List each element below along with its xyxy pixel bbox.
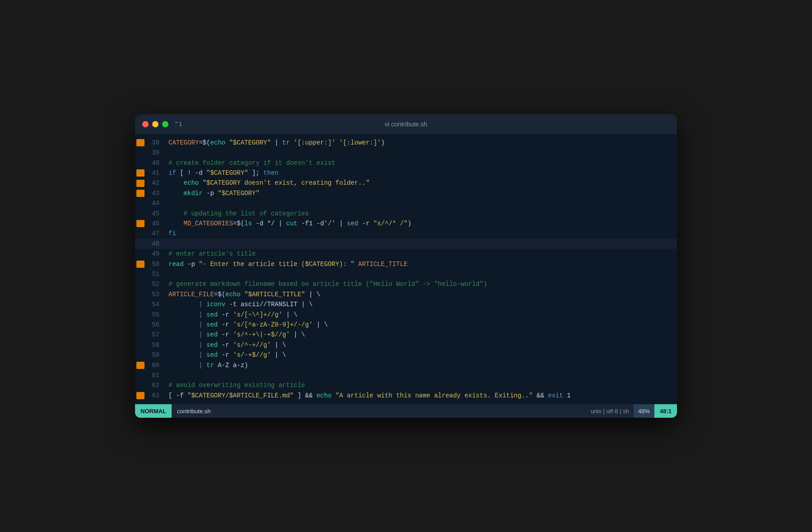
- line-number-41: 41: [146, 168, 165, 178]
- change-marker: [136, 220, 145, 227]
- editor-line: 59 | sed -r 's/-+$//g' | \: [135, 350, 677, 360]
- line-content-39: [165, 148, 677, 158]
- change-marker: [136, 261, 145, 268]
- line-content-45: # updating the list of categories: [165, 209, 677, 219]
- gutter-60: [135, 360, 146, 370]
- close-button[interactable]: [142, 121, 149, 127]
- line-number-62: 62: [146, 380, 165, 390]
- line-number-59: 59: [146, 350, 165, 360]
- editor-line: 57 | sed -r 's/^-+\|-+$//g' | \: [135, 330, 677, 340]
- editor-line: 41 if [ ! -d "$CATEGORY" ]; then: [135, 168, 677, 178]
- editor-line: 38 CATEGORY=$(echo "$CATEGORY" | tr '[:u…: [135, 138, 677, 148]
- line-content-60: | tr A-Z a-z): [165, 360, 677, 370]
- line-content-59: | sed -r 's/-+$//g' | \: [165, 350, 677, 360]
- maximize-button[interactable]: [162, 121, 168, 127]
- line-number-54: 54: [146, 299, 165, 309]
- gutter-50: [135, 259, 146, 269]
- gutter-39: [135, 148, 146, 158]
- traffic-lights: [142, 121, 168, 127]
- line-number-49: 49: [146, 249, 165, 259]
- line-content-53: ARTICLE_FILE=$(echo "$ARTICLE_TITLE" | \: [165, 289, 677, 299]
- line-number-48: 48: [146, 239, 165, 249]
- line-number-42: 42: [146, 178, 165, 188]
- change-marker: [136, 362, 145, 369]
- status-percent: 48%: [634, 404, 654, 418]
- line-content-42: echo "$CATEGORY doesn't exist, creating …: [165, 178, 677, 188]
- editor-line: 44: [135, 198, 677, 208]
- gutter-51: [135, 269, 146, 279]
- line-number-58: 58: [146, 340, 165, 350]
- editor-line: 49 # enter article's title: [135, 249, 677, 259]
- editor-line: 46 MD_CATEGORIES=$(ls -d */ | cut -f1 -d…: [135, 219, 677, 229]
- gutter-55: [135, 310, 146, 320]
- line-content-55: | sed -r 's/[~\^]+//g' | \: [165, 310, 677, 320]
- gutter-62: [135, 380, 146, 390]
- editor-line: 54 | iconv -t ascii//TRANSLIT | \: [135, 299, 677, 309]
- gutter-63: [135, 391, 146, 401]
- line-number-43: 43: [146, 188, 165, 198]
- change-marker: [136, 392, 145, 399]
- editor-line: 58 | sed -r 's/^-+//g' | \: [135, 340, 677, 350]
- line-content-63: [ -f "$CATEGORY/$ARTICLE_FILE.md" ] && e…: [165, 391, 677, 401]
- editor-window: ⌃1 vi contribute.sh 38 CATEGORY=$(echo "…: [135, 114, 677, 418]
- gutter-47: [135, 229, 146, 238]
- line-content-58: | sed -r 's/^-+//g' | \: [165, 340, 677, 350]
- editor-line: 42 echo "$CATEGORY doesn't exist, creati…: [135, 178, 677, 188]
- editor-line: 47 fi: [135, 229, 677, 238]
- gutter-41: [135, 168, 146, 178]
- editor-line: 39: [135, 148, 677, 158]
- gutter-58: [135, 340, 146, 350]
- statusbar: NORMAL contribute.sh unix | utf-8 | sh 4…: [135, 404, 677, 418]
- change-marker: [136, 190, 145, 197]
- line-number-60: 60: [146, 360, 165, 370]
- editor-line: 61: [135, 370, 677, 380]
- gutter-40: [135, 158, 146, 168]
- line-content-52: # generate markdown filename based on ar…: [165, 279, 677, 289]
- line-content-47: fi: [165, 229, 677, 238]
- line-number-47: 47: [146, 229, 165, 238]
- line-number-56: 56: [146, 320, 165, 330]
- editor-line: 55 | sed -r 's/[~\^]+//g' | \: [135, 310, 677, 320]
- status-mode: NORMAL: [135, 404, 172, 418]
- line-number-55: 55: [146, 310, 165, 320]
- line-content-38: CATEGORY=$(echo "$CATEGORY" | tr '[:uppe…: [165, 138, 677, 148]
- line-content-56: | sed -r 's/[^a-zA-Z0-9]+/-/g' | \: [165, 320, 677, 330]
- minimize-button[interactable]: [152, 121, 159, 127]
- line-number-53: 53: [146, 289, 165, 299]
- editor-body[interactable]: 38 CATEGORY=$(echo "$CATEGORY" | tr '[:u…: [135, 134, 677, 404]
- editor-line: 62 # avoid overwriting existing article: [135, 380, 677, 390]
- line-content-61: [165, 370, 677, 380]
- line-number-63: 63: [146, 391, 165, 401]
- line-number-57: 57: [146, 330, 165, 340]
- status-right: unix | utf-8 | sh 48% 48:1: [586, 404, 677, 418]
- status-encoding: unix | utf-8 | sh: [586, 404, 634, 418]
- editor-line: 51: [135, 269, 677, 279]
- editor-line: 56 | sed -r 's/[^a-zA-Z0-9]+/-/g' | \: [135, 320, 677, 330]
- gutter-56: [135, 320, 146, 330]
- gutter-52: [135, 279, 146, 289]
- editor-line: 43 mkdir -p "$CATEGORY": [135, 188, 677, 198]
- line-number-51: 51: [146, 269, 165, 279]
- line-number-40: 40: [146, 158, 165, 168]
- editor-line: 53 ARTICLE_FILE=$(echo "$ARTICLE_TITLE" …: [135, 289, 677, 299]
- line-number-61: 61: [146, 370, 165, 380]
- line-number-38: 38: [146, 138, 165, 148]
- status-filename: contribute.sh: [172, 408, 216, 415]
- line-number-50: 50: [146, 259, 165, 269]
- keyboard-shortcut: ⌃1: [174, 121, 182, 127]
- line-content-46: MD_CATEGORIES=$(ls -d */ | cut -f1 -d'/'…: [165, 219, 677, 229]
- editor-line: 50 read -p "- Enter the article title ($…: [135, 259, 677, 269]
- line-content-49: # enter article's title: [165, 249, 677, 259]
- gutter-59: [135, 350, 146, 360]
- line-number-44: 44: [146, 198, 165, 208]
- window-title: vi contribute.sh: [385, 121, 427, 128]
- line-number-46: 46: [146, 219, 165, 229]
- editor-line: 63 [ -f "$CATEGORY/$ARTICLE_FILE.md" ] &…: [135, 391, 677, 401]
- editor-line: 45 # updating the list of categories: [135, 209, 677, 219]
- line-content-44: [165, 198, 677, 208]
- change-marker: [136, 139, 145, 146]
- gutter-43: [135, 188, 146, 198]
- gutter-54: [135, 299, 146, 309]
- change-marker: [136, 180, 145, 187]
- editor-line: 40 # create folder category if it doesn'…: [135, 158, 677, 168]
